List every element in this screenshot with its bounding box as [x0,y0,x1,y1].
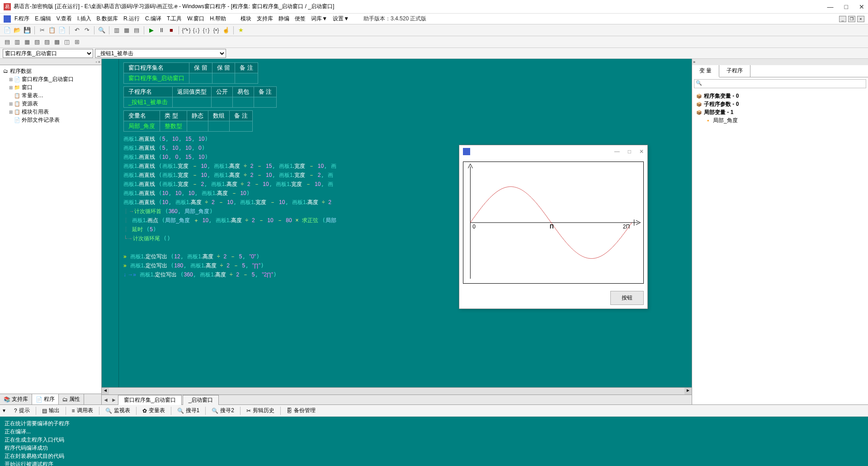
tb2-8[interactable]: ⊞ [72,38,81,47]
tab-hint[interactable]: ?提示 [10,405,34,416]
runtime-maximize-button[interactable]: □ [628,148,631,155]
tb2-3[interactable]: ▦ [23,38,32,47]
mdi-minimize-button[interactable]: _ [839,16,846,22]
tab-search2[interactable]: 🔍搜寻2 [208,405,238,416]
tab-supportlib[interactable]: 📚支持库 [0,394,32,404]
menu-note[interactable]: 便签 [295,15,306,23]
expand-icon[interactable]: ⊞ [8,77,14,82]
tree-root[interactable]: 🗂 程序数据 [2,67,99,75]
pause-button[interactable]: ⏸ [157,26,166,35]
run-draw-button[interactable]: 按钮 [610,291,644,305]
menu-window[interactable]: W.窗口 [187,15,204,23]
panel-close-icon[interactable]: × [98,60,100,64]
editor-tab[interactable]: _启动窗口 [183,395,219,405]
runtime-minimize-button[interactable]: — [614,148,620,155]
search-input[interactable] [694,79,866,88]
menu-run[interactable]: R.运行 [123,15,140,23]
menu-tools[interactable]: T.工具 [167,15,182,23]
var-group[interactable]: 📦程序集变量 - 0 [696,92,864,100]
mdi-restore-button[interactable]: ❐ [848,16,855,22]
tree-item[interactable]: 📄外部文件记录表 [2,116,99,124]
stop-button[interactable]: ■ [167,26,176,35]
layout1-button[interactable]: ▥ [112,26,121,35]
tab-vartable[interactable]: ✿变量表 [138,405,169,416]
assembly-select[interactable]: 窗口程序集_启动窗口 [3,49,93,58]
editor-tab[interactable]: 窗口程序集_启动窗口 [118,395,182,405]
run-button[interactable]: ▶ [147,26,156,35]
panel-pin-icon[interactable]: ▼ [2,408,6,413]
tree-item[interactable]: ⊞📄窗口程序集_启动窗口 [2,75,99,83]
paste-button[interactable]: 📄 [57,26,66,35]
close-button[interactable]: ✕ [859,3,864,10]
tab-cliphistory[interactable]: ✂剪辑历史 [242,405,278,416]
tab-next-icon[interactable]: ► [110,397,118,403]
menu-insert[interactable]: I.插入 [77,15,91,23]
minimize-button[interactable]: — [827,3,834,10]
menu-help[interactable]: H.帮助 [210,15,226,23]
tree-item[interactable]: ⊞📋资源表 [2,100,99,108]
tab-backup[interactable]: 🗄备份管理 [283,405,320,416]
tb2-6[interactable]: ▩ [52,38,61,47]
undo-button[interactable]: ↶ [72,26,81,35]
tab-properties[interactable]: 🗂属性 [59,394,84,404]
tree-item[interactable]: ⊞📋模块引用表 [2,108,99,116]
menu-dict[interactable]: 词库▼ [311,15,327,23]
stepinto-button[interactable]: {↓} [192,26,201,35]
tree-item[interactable]: 📋常量表… [2,91,99,100]
copy-button[interactable]: 📋 [47,26,57,35]
menu-settings[interactable]: 设置▼ [333,15,349,23]
find-button[interactable]: 🔍 [97,26,106,35]
tab-variables[interactable]: 变 量 [692,65,719,77]
mdi-close-button[interactable]: × [857,16,864,22]
tb2-7[interactable]: ◫ [62,38,71,47]
expand-icon[interactable]: ⊞ [8,109,14,114]
tab-output[interactable]: ▤输出 [38,405,64,416]
var-group[interactable]: 📦子程序参数 - 0 [696,100,864,108]
tb2-1[interactable]: ▤ [3,38,12,47]
output-console[interactable]: 正在统计需要编译的子程序 正在编译... 正在生成主程序入口代码 程序代码编译成… [0,417,868,466]
menu-compile[interactable]: C.编译 [145,15,161,23]
menu-module[interactable]: 模块 [241,15,251,23]
menu-edit[interactable]: E.编辑 [35,15,51,23]
tb2-5[interactable]: ▨ [42,38,52,47]
new-button[interactable]: 📄 [3,26,12,35]
menu-view[interactable]: V.查看 [57,15,72,23]
runtime-window[interactable]: — □ ✕ 0 Π 2Π [459,145,648,309]
runtime-close-button[interactable]: ✕ [639,148,644,155]
code-line[interactable]: 画板1.画直线 (5, 10, 15, 10) [123,134,688,143]
redo-button[interactable]: ↷ [82,26,91,35]
menu-static[interactable]: 静编 [278,15,289,23]
scroll-left-icon[interactable]: ◄ [102,388,109,395]
tab-calltable[interactable]: ≡调用表 [68,405,97,416]
expand-icon[interactable]: ⊞ [8,101,14,106]
breakpoint-button[interactable]: {•} [212,26,221,35]
tab-subroutines[interactable]: 子程序 [719,65,750,77]
tb2-2[interactable]: ▥ [13,38,22,47]
panel-dock-icon[interactable]: ▫ [96,60,97,64]
layout3-button[interactable]: ▤ [132,26,141,35]
panel-pin-icon[interactable]: » [693,60,695,64]
save-button[interactable]: 💾 [23,26,32,35]
menu-program[interactable]: F.程序 [14,15,29,23]
horizontal-scrollbar[interactable]: ◄ ► [102,387,692,395]
layout2-button[interactable]: ▦ [122,26,131,35]
menu-database[interactable]: B.数据库 [97,15,118,23]
menu-supportlib[interactable]: 支持库 [257,15,273,23]
cursor-icon[interactable]: ☝ [222,26,231,35]
var-group[interactable]: 📦局部变量 - 1 [696,108,864,116]
open-button[interactable]: 📂 [13,26,22,35]
stepout-button[interactable]: {↑} [202,26,211,35]
runtime-titlebar[interactable]: — □ ✕ [459,145,647,158]
subroutine-select[interactable]: _按钮1_被单击 [95,49,226,58]
tb2-4[interactable]: ▧ [33,38,42,47]
tab-program[interactable]: 📄程序 [32,394,59,404]
scroll-right-icon[interactable]: ► [684,388,692,395]
tab-search1[interactable]: 🔍搜寻1 [173,405,204,416]
tab-prev-icon[interactable]: ◄ [102,397,110,403]
var-item[interactable]: 🔸局部_角度 [696,116,864,124]
expand-icon[interactable]: ⊞ [8,85,14,90]
maximize-button[interactable]: □ [844,3,848,10]
cut-button[interactable]: ✂ [38,26,47,35]
tab-watch[interactable]: 🔍监视表 [101,405,134,416]
stepover-button[interactable]: {↷} [182,26,191,35]
